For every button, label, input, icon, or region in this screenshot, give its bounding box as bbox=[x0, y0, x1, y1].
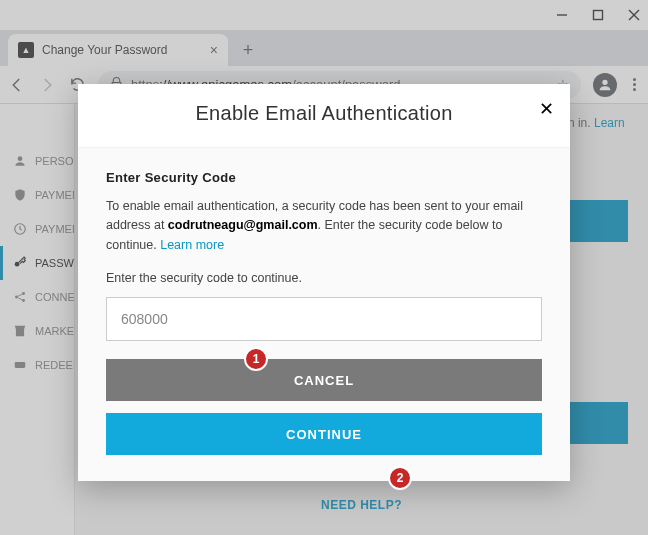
modal-close-icon[interactable]: ✕ bbox=[539, 98, 554, 120]
modal-overlay: ✕ Enable Email Authentication Enter Secu… bbox=[0, 0, 648, 535]
cancel-button[interactable]: CANCEL bbox=[106, 359, 542, 401]
annotation-badge-1: 1 bbox=[244, 347, 268, 371]
modal-title: Enable Email Authentication bbox=[98, 102, 550, 125]
modal-dialog: ✕ Enable Email Authentication Enter Secu… bbox=[78, 84, 570, 481]
continue-button[interactable]: CONTINUE bbox=[106, 413, 542, 455]
modal-section-heading: Enter Security Code bbox=[106, 170, 542, 185]
security-code-input[interactable] bbox=[106, 297, 542, 341]
input-label: Enter the security code to continue. bbox=[106, 271, 542, 285]
annotation-badge-2: 2 bbox=[388, 466, 412, 490]
modal-learn-more-link[interactable]: Learn more bbox=[160, 238, 224, 252]
modal-body-text: To enable email authentication, a securi… bbox=[106, 197, 542, 255]
